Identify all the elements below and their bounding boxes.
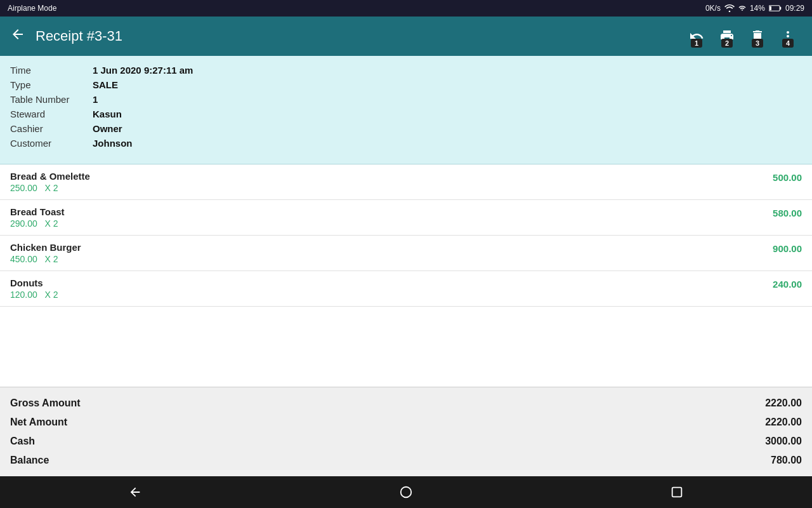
steward-label: Steward <box>10 109 93 119</box>
summary-section: Gross Amount 2220.00 Net Amount 2220.00 … <box>0 387 812 476</box>
signal-icon <box>738 4 746 12</box>
app-bar-title: Receipt #3-31 <box>36 28 683 44</box>
receipt-info-section: Time 1 Jun 2020 9:27:11 am Type SALE Tab… <box>0 56 812 164</box>
status-bar: Airplane Mode 0K/s 14% 09:29 <box>0 0 812 17</box>
item-row: Donuts 120.00 X 2 240.00 <box>0 271 812 307</box>
net-value: 2220.00 <box>765 417 802 428</box>
battery-level: 14% <box>750 4 765 13</box>
steward-value: Kasun <box>93 109 122 119</box>
item-name-3: Donuts <box>10 277 58 288</box>
svg-point-3 <box>401 487 412 498</box>
info-table-row: Table Number 1 <box>10 94 802 105</box>
svg-rect-4 <box>672 488 681 497</box>
balance-value: 780.00 <box>771 455 802 466</box>
type-label: Type <box>10 79 93 90</box>
app-bar: Receipt #3-31 1 2 3 4 <box>0 17 812 56</box>
svg-rect-1 <box>780 7 781 10</box>
item-amount-2: 900.00 <box>773 242 802 254</box>
table-value: 1 <box>93 94 98 105</box>
battery-icon <box>769 4 782 12</box>
time-display: 09:29 <box>785 4 804 13</box>
item-left-0: Bread & Omelette 250.00 X 2 <box>10 171 90 193</box>
cash-value: 3000.00 <box>765 436 802 447</box>
delete-badge: 3 <box>752 39 763 48</box>
info-steward-row: Steward Kasun <box>10 109 802 119</box>
item-name-0: Bread & Omelette <box>10 171 90 182</box>
item-detail-2: 450.00 X 2 <box>10 254 81 264</box>
customer-label: Customer <box>10 138 93 149</box>
item-detail-0: 250.00 X 2 <box>10 183 90 193</box>
customer-value: Johnson <box>93 138 133 149</box>
back-button[interactable] <box>10 27 25 46</box>
undo-button[interactable]: 1 <box>683 22 710 50</box>
item-left-3: Donuts 120.00 X 2 <box>10 277 58 300</box>
item-detail-1: 290.00 X 2 <box>10 218 65 229</box>
info-customer-row: Customer Johnson <box>10 138 802 149</box>
item-row: Bread Toast 290.00 X 2 580.00 <box>0 200 812 236</box>
cashier-label: Cashier <box>10 123 93 134</box>
type-value: SALE <box>93 79 118 90</box>
net-amount-row: Net Amount 2220.00 <box>10 413 802 432</box>
gross-amount-row: Gross Amount 2220.00 <box>10 394 802 413</box>
gross-label: Gross Amount <box>10 398 81 409</box>
more-button[interactable]: 4 <box>774 22 802 50</box>
home-nav-button[interactable] <box>392 478 420 506</box>
network-speed: 0K/s <box>705 4 721 13</box>
airplane-mode-label: Airplane Mode <box>8 4 56 13</box>
table-label: Table Number <box>10 94 93 105</box>
net-label: Net Amount <box>10 417 67 428</box>
item-amount-3: 240.00 <box>773 277 802 290</box>
item-row: Chicken Burger 450.00 X 2 900.00 <box>0 236 812 271</box>
wifi-icon <box>724 4 735 12</box>
delete-button[interactable]: 3 <box>743 22 771 50</box>
cash-row: Cash 3000.00 <box>10 432 802 451</box>
more-badge: 4 <box>782 39 794 48</box>
balance-label: Balance <box>10 455 49 466</box>
info-cashier-row: Cashier Owner <box>10 123 802 134</box>
item-name-2: Chicken Burger <box>10 242 81 253</box>
item-detail-3: 120.00 X 2 <box>10 290 58 300</box>
gross-value: 2220.00 <box>765 398 802 409</box>
cash-label: Cash <box>10 436 35 447</box>
bottom-nav <box>0 476 812 508</box>
item-row: Bread & Omelette 250.00 X 2 500.00 <box>0 164 812 200</box>
content-area: Time 1 Jun 2020 9:27:11 am Type SALE Tab… <box>0 56 812 476</box>
item-left-1: Bread Toast 290.00 X 2 <box>10 206 65 229</box>
undo-badge: 1 <box>691 39 702 48</box>
item-left-2: Chicken Burger 450.00 X 2 <box>10 242 81 264</box>
item-name-1: Bread Toast <box>10 206 65 217</box>
back-nav-button[interactable] <box>121 478 149 506</box>
recents-nav-button[interactable] <box>663 478 691 506</box>
cashier-value: Owner <box>93 123 122 134</box>
item-amount-0: 500.00 <box>773 171 802 183</box>
print-badge: 2 <box>721 39 733 48</box>
info-time-row: Time 1 Jun 2020 9:27:11 am <box>10 65 802 76</box>
item-amount-1: 580.00 <box>773 206 802 218</box>
svg-rect-2 <box>769 6 771 10</box>
time-value: 1 Jun 2020 9:27:11 am <box>93 65 193 76</box>
balance-row: Balance 780.00 <box>10 451 802 470</box>
time-label: Time <box>10 65 93 76</box>
items-section: Bread & Omelette 250.00 X 2 500.00 Bread… <box>0 164 812 387</box>
app-bar-actions: 1 2 3 4 <box>683 22 802 50</box>
print-button[interactable]: 2 <box>713 22 741 50</box>
info-type-row: Type SALE <box>10 79 802 90</box>
